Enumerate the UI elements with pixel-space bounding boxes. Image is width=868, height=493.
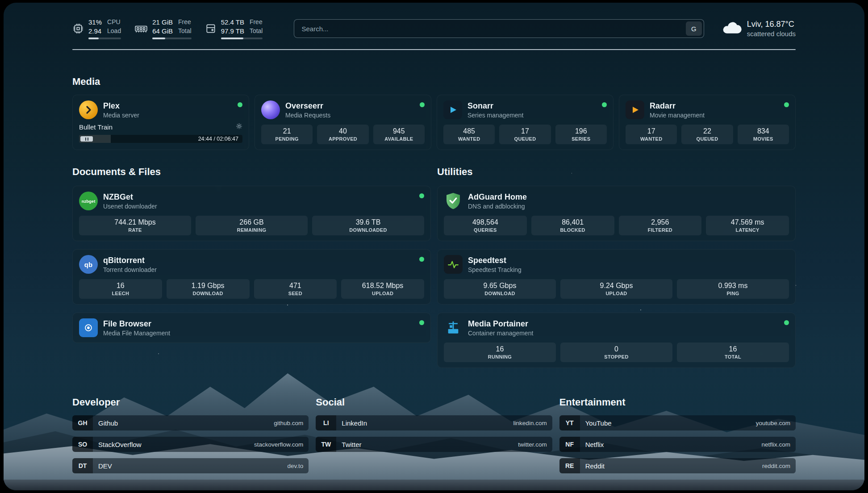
service-subtitle: Container management [468, 330, 533, 337]
bookmark-group-social: Social LI LinkedIn linkedin.com TW Twitt… [316, 397, 552, 480]
bookmark-name: LinkedIn [342, 419, 367, 427]
stat-series: 196SERIES [555, 125, 607, 144]
stat-pending: 21PENDING [261, 125, 313, 144]
bookmark-netflix[interactable]: NF Netflix netflix.com [559, 437, 796, 452]
pause-button[interactable] [80, 136, 93, 142]
bookmark-name: Github [98, 419, 118, 427]
weather-location: Lviv, 16.87°C [747, 20, 796, 29]
stat-available: 945AVAILABLE [373, 125, 425, 144]
bookmark-stackoverflow[interactable]: SO StackOverflow stackoverflow.com [72, 437, 309, 452]
cloud-icon [722, 21, 742, 37]
overseerr-icon [261, 100, 280, 119]
bookmark-name: Reddit [585, 462, 605, 470]
search-input[interactable] [294, 19, 704, 38]
bookmark-linkedin[interactable]: LI LinkedIn linkedin.com [316, 415, 552, 430]
memory-free-value: 21 GiB [152, 18, 173, 27]
bookmark-youtube[interactable]: YT YouTube youtube.com [559, 415, 796, 430]
service-subtitle: Speedtest Tracking [468, 266, 522, 273]
service-subtitle: Movie management [650, 112, 705, 119]
section-title-documents: Documents & Files [72, 166, 431, 178]
bookmark-dev[interactable]: DT DEV dev.to [72, 458, 309, 473]
service-name: Overseerr [285, 101, 330, 111]
service-name: File Browser [103, 319, 170, 329]
stat-queries: 498,564QUERIES [444, 216, 527, 235]
search-provider-button[interactable]: G [686, 21, 702, 36]
nzbget-card[interactable]: nzbget NZBGet Usenet downloader 744.21 M… [72, 186, 431, 241]
bookmark-name: Netflix [585, 441, 604, 448]
plex-icon [79, 100, 98, 119]
speedtest-card[interactable]: Speedtest Speedtest Tracking 9.65 GbpsDO… [437, 249, 796, 305]
service-subtitle: Usenet downloader [103, 203, 157, 210]
bookmark-url: twitter.com [518, 441, 547, 448]
bookmark-abbr: DT [72, 458, 93, 473]
stat-upload: 618.52 MbpsUPLOAD [341, 279, 424, 299]
bookmark-reddit[interactable]: RE Reddit reddit.com [559, 458, 796, 473]
cpu-widget: 31% 2.94 CPU Load [72, 18, 121, 39]
memory-icon [134, 23, 148, 34]
stat-seed: 471SEED [254, 279, 337, 299]
stat-wanted: 17WANTED [626, 125, 677, 144]
disk-label-2: Total [250, 27, 263, 36]
disk-label-1: Free [250, 18, 263, 27]
service-name: Speedtest [468, 256, 522, 265]
plex-card[interactable]: Plex Media server Bullet Train 24:4 [72, 95, 249, 150]
disk-icon [205, 23, 217, 34]
stat-approved: 40APPROVED [317, 125, 368, 144]
portainer-card[interactable]: Media Portainer Container management 16R… [437, 313, 796, 368]
bookmark-abbr: SO [72, 437, 93, 452]
weather-widget: Lviv, 16.87°C scattered clouds [722, 20, 796, 38]
adguard-card[interactable]: AdGuard Home DNS and adblocking 498,564Q… [437, 186, 796, 241]
speedtest-icon [444, 255, 463, 274]
stat-filtered: 2,956FILTERED [619, 216, 702, 235]
service-name: AdGuard Home [468, 192, 527, 202]
stat-downloaded: 39.6 TBDOWNLOADED [312, 216, 424, 235]
header-divider [72, 49, 796, 50]
service-subtitle: Torrent downloader [103, 266, 157, 273]
radarr-card[interactable]: Radarr Movie management 17WANTED 22QUEUE… [619, 95, 796, 150]
bookmark-url: github.com [274, 420, 303, 426]
memory-widget: 21 GiB 64 GiB Free Total [134, 18, 191, 39]
bookmark-abbr: YT [559, 415, 580, 430]
bookmark-url: dev.to [288, 463, 304, 469]
bookmark-url: stackoverflow.com [254, 441, 303, 448]
stat-upload: 9.24 GbpsUPLOAD [560, 279, 672, 299]
disk-free-value: 52.4 TB [221, 18, 244, 27]
disk-total-value: 97.9 TB [221, 27, 244, 36]
bookmark-abbr: TW [316, 437, 336, 452]
filebrowser-card[interactable]: File Browser Media File Management [72, 313, 431, 343]
playback-progressbar[interactable]: 24:44 / 02:06:47 [79, 135, 242, 143]
bookmark-abbr: RE [559, 458, 580, 473]
player-settings-icon[interactable] [236, 123, 242, 131]
service-name: Radarr [650, 101, 705, 111]
now-playing-title: Bullet Train [79, 123, 113, 131]
service-name: NZBGet [103, 192, 157, 202]
stat-total: 16TOTAL [677, 343, 789, 362]
stat-latency: 47.569 msLATENCY [706, 216, 789, 235]
nzbget-icon: nzbget [79, 192, 98, 210]
stat-wanted: 485WANTED [443, 125, 495, 144]
radarr-icon [626, 100, 644, 119]
bookmark-github[interactable]: GH Github github.com [72, 415, 309, 430]
service-subtitle: Media server [103, 112, 139, 119]
section-title-social: Social [316, 397, 552, 408]
bookmark-twitter[interactable]: TW Twitter twitter.com [316, 437, 552, 452]
stat-ping: 0.993 msPING [677, 279, 789, 299]
qbittorrent-card[interactable]: qb qBittorrent Torrent downloader 16LEEC… [72, 249, 431, 305]
section-title-developer: Developer [72, 397, 309, 408]
bookmark-url: linkedin.com [513, 420, 547, 426]
utilities-column: Utilities AdGuard Home DNS and adblockin… [437, 166, 796, 368]
portainer-icon [444, 318, 463, 337]
service-subtitle: Media File Management [103, 330, 170, 337]
bookmark-abbr: LI [316, 415, 336, 430]
bookmark-name: DEV [98, 462, 112, 470]
stat-queued: 22QUEUED [681, 125, 733, 144]
service-name: qBittorrent [103, 256, 157, 265]
sonarr-card[interactable]: Sonarr Series management 485WANTED 17QUE… [437, 95, 613, 150]
section-title-media: Media [72, 76, 796, 88]
stat-blocked: 86,401BLOCKED [531, 216, 614, 235]
overseerr-card[interactable]: Overseerr Media Requests 21PENDING 40APP… [255, 95, 431, 150]
memory-total-value: 64 GiB [152, 27, 173, 36]
bookmark-url: netflix.com [761, 441, 790, 448]
service-subtitle: Series management [467, 112, 523, 119]
cpu-label-2: Load [107, 27, 121, 36]
